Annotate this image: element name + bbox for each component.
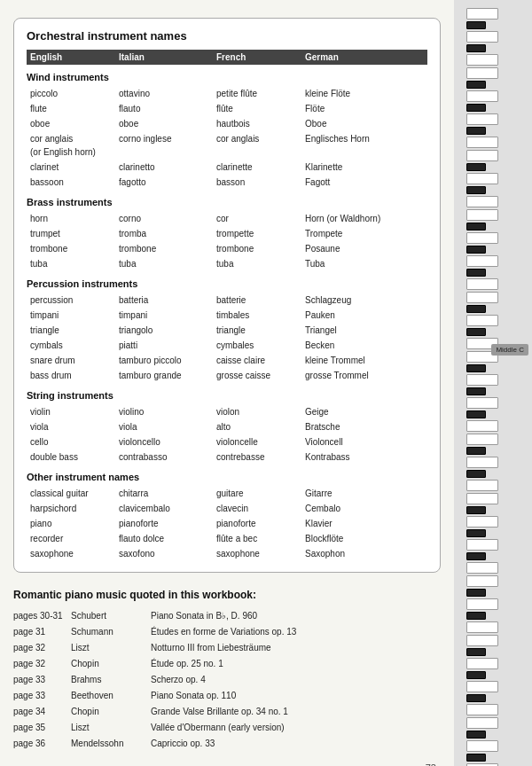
white-key <box>466 493 498 504</box>
list-item: viola <box>30 420 119 434</box>
white-key <box>466 681 498 692</box>
black-key <box>466 731 486 739</box>
black-key <box>466 328 486 336</box>
list-item: contrabasso <box>119 450 216 464</box>
list-item: Gitarre <box>305 487 411 500</box>
page-ref: page 31 <box>13 625 71 639</box>
list-item: kleine Flöte <box>305 87 411 100</box>
list-item: harpsichord <box>30 502 119 515</box>
list-item: snare drum <box>30 354 119 367</box>
white-key <box>466 315 498 326</box>
section-label: Other instrument names <box>27 472 427 482</box>
table-row: bassoonfagottobassonFagott <box>27 175 427 190</box>
list-item: Bratsche <box>305 420 411 434</box>
white-key <box>466 278 498 290</box>
white-key <box>466 54 498 66</box>
list-item: page 35LisztVallée d'Obermann (early ver… <box>13 720 441 736</box>
list-item: timpani <box>30 309 119 322</box>
table-row: harpsichordclavicembaloclavecinCembalo <box>27 501 427 516</box>
white-key <box>466 740 498 752</box>
list-item: flauto dolce <box>119 532 216 545</box>
list-item: grosse caisse <box>216 369 305 382</box>
table-row: saxophonesaxofonosaxophoneSaxophon <box>27 546 427 561</box>
black-key <box>466 186 486 194</box>
list-item: tamburo piccolo <box>119 354 216 367</box>
table-row: pianopianofortepianoforteKlavier <box>27 516 427 531</box>
list-item: Triangel <box>305 324 411 337</box>
list-item: Pauken <box>305 309 411 322</box>
composer-name: Liszt <box>71 721 151 735</box>
white-key <box>466 480 498 491</box>
table-row: timpanitimpanitimbalesPauken <box>27 308 427 323</box>
black-key <box>466 269 486 277</box>
list-item: classical guitar <box>30 487 119 500</box>
white-key <box>466 255 498 267</box>
white-key <box>466 374 498 386</box>
romantic-title: Romantic piano music quoted in this work… <box>13 589 441 601</box>
section-label: Brass instruments <box>27 197 427 207</box>
list-item: trombone <box>216 242 305 255</box>
page-ref: page 36 <box>13 737 71 751</box>
list-item: caisse claire <box>216 354 305 367</box>
list-item: viola <box>119 420 216 434</box>
black-key <box>466 163 486 171</box>
table-row: bass drumtamburo grandegrosse caissegros… <box>27 368 427 383</box>
white-key <box>466 31 498 43</box>
white-key <box>466 598 498 610</box>
white-key <box>466 67 498 79</box>
list-item: piatti <box>119 339 216 352</box>
list-item: Schlagzeug <box>305 293 411 307</box>
piece-title: Scherzo op. 4 <box>151 673 441 687</box>
page-ref: page 32 <box>13 657 71 671</box>
piece-title: Piano Sonata in B♭, D. 960 <box>151 609 441 623</box>
table-row: tubatubatubaTuba <box>27 256 427 271</box>
table-row: trombonetrombonetrombonePosaune <box>27 241 427 256</box>
white-key <box>466 457 498 468</box>
list-item: pianoforte <box>216 517 305 530</box>
black-key <box>466 223 486 231</box>
list-item: trombone <box>119 242 216 255</box>
header-italian: Italian <box>119 52 216 62</box>
list-item: pianoforte <box>119 517 216 530</box>
white-key <box>466 150 498 161</box>
list-item: violoncelle <box>216 435 305 449</box>
page-ref: page 33 <box>13 689 71 703</box>
composer-name: Brahms <box>71 673 151 687</box>
list-item: clavecin <box>216 502 305 515</box>
white-key <box>466 717 498 729</box>
list-item: cymbals <box>30 339 119 352</box>
instrument-sections: Wind instrumentspiccoloottavinopetite fl… <box>27 72 427 561</box>
list-item: tuba <box>216 257 305 270</box>
white-key <box>466 173 498 184</box>
header-english: English <box>30 52 119 62</box>
list-item: Geige <box>305 405 411 418</box>
piece-title: Grande Valse Brillante op. 34 no. 1 <box>151 705 441 719</box>
list-item: piano <box>30 517 119 530</box>
list-item: Klavier <box>305 517 411 530</box>
page-ref: page 32 <box>13 641 71 655</box>
romantic-entries: pages 30-31SchubertPiano Sonata in B♭, D… <box>13 608 441 752</box>
white-key <box>466 516 498 528</box>
table-row: recorderflauto dolceflûte a becBlockflöt… <box>27 531 427 546</box>
white-key <box>466 420 498 432</box>
white-key <box>466 539 498 551</box>
black-key <box>466 410 486 418</box>
white-key <box>466 292 498 303</box>
list-item: petite flûte <box>216 87 305 100</box>
composer-name: Chopin <box>71 705 151 719</box>
list-item: triangle <box>216 324 305 337</box>
black-key <box>466 694 486 702</box>
list-item: tromba <box>119 227 216 240</box>
section-label: Wind instruments <box>27 72 427 82</box>
page-ref: page 33 <box>13 673 71 687</box>
list-item: flûte <box>216 102 305 115</box>
list-item: Blockflöte <box>305 532 411 545</box>
page-ref: pages 30-31 <box>13 609 71 623</box>
list-item: page 32LisztNotturno III from Liebesträu… <box>13 640 441 656</box>
black-key <box>466 612 486 620</box>
list-item: Flöte <box>305 102 411 115</box>
piece-title: Capriccio op. 33 <box>151 737 441 751</box>
black-key <box>466 21 486 29</box>
list-item: cor anglais (or English horn) <box>30 132 119 159</box>
white-key <box>466 397 498 409</box>
